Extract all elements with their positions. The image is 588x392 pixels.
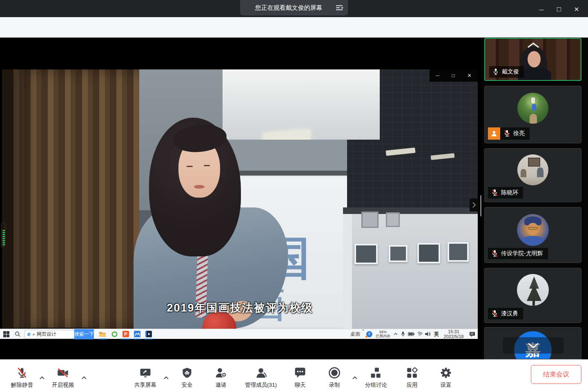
browser-360-button[interactable]	[109, 329, 120, 339]
apps-icon	[406, 367, 418, 379]
close-icon: ✕	[574, 6, 579, 13]
tray-mic-icon	[401, 332, 405, 337]
unmute-label: 解除静音	[11, 381, 33, 389]
picture-frame	[389, 245, 408, 262]
memory-label: 已用内存	[374, 334, 392, 338]
avatar-body	[523, 236, 543, 246]
mic-active-icon	[492, 68, 499, 76]
caret-up-icon	[32, 333, 35, 335]
active-indicator	[98, 339, 107, 339]
video-options-chevron[interactable]	[81, 374, 87, 381]
action-center[interactable]	[466, 329, 478, 339]
avatar-figure	[532, 104, 536, 111]
avatar-tree	[527, 285, 541, 301]
minimize-button[interactable]: ─	[536, 4, 547, 14]
start-icon	[3, 331, 9, 337]
manage-members-label: 管理成员(31)	[245, 381, 277, 389]
participant-avatar	[517, 93, 548, 124]
video-player-icon: ▶	[145, 331, 152, 337]
security-shield-icon	[181, 367, 193, 379]
sidebar-scrollbar[interactable]	[480, 195, 481, 216]
collapse-sidebar-button[interactable]	[470, 198, 479, 212]
participant-tile-qihanyong[interactable]: 漆汉勇	[484, 268, 581, 323]
participant-tile-partial[interactable]: 嘉	[484, 327, 581, 359]
battery-icon	[408, 332, 414, 336]
avatar-figure	[521, 169, 526, 177]
wps-ppt-icon: P	[122, 331, 129, 337]
chat-label: 聊天	[295, 381, 306, 389]
screen-share-banner: 您正在观看戴文俊的屏幕	[240, 0, 348, 16]
presentation-video[interactable]: 国 画	[2, 69, 478, 329]
picture-frame	[386, 212, 400, 227]
wifi-icon	[416, 331, 423, 337]
participant-name: 戴文俊	[502, 68, 519, 76]
participant-avatar	[517, 154, 548, 185]
active-indicator	[121, 339, 130, 339]
manage-members-button[interactable]: 管理成员(31)	[238, 367, 283, 389]
participants-sidebar: 戴文俊 徐亮	[482, 38, 588, 359]
close-button[interactable]: ✕	[571, 4, 582, 14]
apps-label: 应用	[407, 381, 418, 389]
participant-tile-chenxiaohuan[interactable]: 陈晓环	[484, 148, 581, 202]
taskbar-search-button[interactable]	[12, 329, 23, 339]
tray-mic[interactable]	[399, 329, 407, 339]
maximize-icon: □	[557, 5, 561, 13]
start-button[interactable]	[0, 329, 12, 339]
participant-name-label: 陈晓环	[488, 187, 523, 198]
avatar-trunk	[532, 299, 535, 306]
video-close-icon[interactable]: ✕	[468, 73, 472, 78]
maximize-button[interactable]: □	[554, 4, 564, 14]
wps-ppt-button[interactable]: P	[120, 329, 131, 339]
tray-volume[interactable]	[424, 329, 432, 339]
participant-tile-xuliang[interactable]: 徐亮	[484, 86, 581, 143]
desktop-toggle[interactable]: 桌面 »	[350, 331, 360, 338]
video-subtitle: 2019年国画技法被评为校级	[2, 301, 478, 315]
participant-tile-youminghui[interactable]: 传设学院-尤明辉	[484, 207, 581, 263]
search-icon	[15, 331, 20, 337]
start-video-label: 开启视频	[52, 381, 74, 389]
picture-frame	[448, 242, 469, 262]
tile-face	[528, 51, 541, 67]
collapse-tiles-button[interactable]	[526, 42, 541, 50]
record-button[interactable]: 录制	[312, 367, 357, 389]
tray-battery[interactable]	[407, 329, 416, 339]
invite-icon	[215, 367, 227, 379]
browser-360-icon	[111, 331, 118, 337]
address-text[interactable]: 网页设计	[37, 331, 56, 338]
tray-wifi[interactable]	[416, 329, 424, 339]
avatar-glasses	[528, 227, 538, 229]
share-screen-button[interactable]: 共享屏幕	[123, 367, 168, 389]
invite-label: 邀请	[216, 381, 227, 389]
share-screen-icon	[139, 367, 151, 379]
participant-name-label: 传设学院-尤明辉	[488, 248, 548, 259]
tray-chevron-icon	[394, 333, 398, 335]
tray-expand[interactable]	[392, 329, 399, 339]
expand-sidebar-icon	[472, 202, 476, 208]
safety-360-tray[interactable]: ?	[364, 329, 374, 339]
folder-icon	[99, 331, 106, 337]
input-language[interactable]: 英	[432, 331, 441, 338]
share-menu-button[interactable]	[332, 0, 348, 16]
memory-percent: 65%	[374, 330, 392, 334]
end-meeting-button[interactable]: 结束会议	[531, 365, 581, 384]
video-minimize-icon[interactable]: ─	[436, 73, 439, 78]
tray-clock[interactable]: 15:31 2022/5/18	[441, 329, 466, 339]
video-player-button[interactable]: ▶	[143, 329, 154, 339]
photos-icon	[134, 331, 140, 337]
taskbar-address-box[interactable]: e 网页设计	[24, 330, 74, 339]
search-go-button[interactable]: 搜索一下	[74, 329, 94, 339]
photos-app-button[interactable]	[131, 329, 143, 339]
scroll-more-button[interactable]	[503, 337, 564, 354]
settings-button[interactable]: 设置	[423, 367, 468, 389]
unmute-button[interactable]: 解除静音	[0, 367, 45, 389]
video-restore-icon[interactable]: □	[452, 73, 455, 78]
participant-tile-daiwenjun[interactable]: 戴文俊	[484, 38, 581, 81]
picture-frame	[354, 244, 378, 264]
start-video-button[interactable]: 开启视频	[40, 367, 85, 389]
meeting-controls-bar: 解除静音 开启视频 共享屏幕	[0, 359, 588, 392]
shared-screen-area: 国 画	[0, 38, 482, 359]
invite-button[interactable]: 邀请	[198, 367, 243, 389]
file-explorer-button[interactable]	[96, 329, 109, 339]
memory-usage: 65% 已用内存	[374, 330, 392, 338]
chevron-up-icon	[81, 376, 87, 380]
